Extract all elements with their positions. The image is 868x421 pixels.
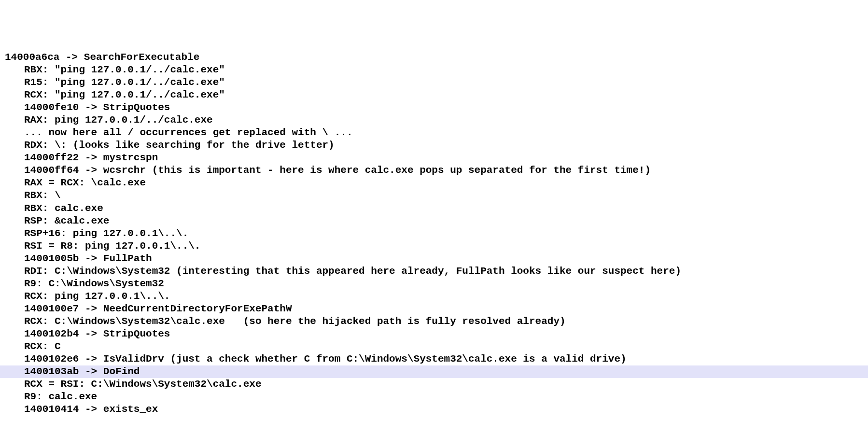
code-line: RAX: ping 127.0.0.1/../calc.exe (0, 114, 868, 126)
code-line: R9: calc.exe (0, 391, 868, 403)
code-line: RCX: "ping 127.0.0.1/../calc.exe" (0, 89, 868, 101)
code-line: RBX: \ (0, 189, 868, 202)
code-line: R9: C:\Windows\System32 (0, 278, 868, 290)
code-line: RCX: C (0, 340, 868, 353)
code-line: ... now here all / occurrences get repla… (0, 126, 868, 139)
code-line: 14000ff22 -> mystrcspn (0, 152, 868, 164)
code-line: RBX: calc.exe (0, 202, 868, 215)
code-line: 14000a6ca -> SearchForExecutable (0, 51, 868, 64)
code-line: RSP: &calc.exe (0, 215, 868, 227)
code-line: 1400102e6 -> IsValidDrv (just a check wh… (0, 353, 868, 365)
code-line: RBX: "ping 127.0.0.1/../calc.exe" (0, 64, 868, 76)
code-line: 14000ff64 -> wcsrchr (this is important … (0, 164, 868, 177)
code-line: 14000fe10 -> StripQuotes (0, 101, 868, 114)
code-line: RDI: C:\Windows\System32 (interesting th… (0, 265, 868, 278)
code-line: 140010414 -> exists_ex (0, 403, 868, 416)
code-line: 14001005b -> FullPath (0, 253, 868, 265)
code-line: RSP+16: ping 127.0.0.1\..\. (0, 227, 868, 240)
code-line: RSI = R8: ping 127.0.0.1\..\. (0, 240, 868, 253)
code-line: RCX = RSI: C:\Windows\System32\calc.exe (0, 378, 868, 391)
code-line: 1400100e7 -> NeedCurrentDirectoryForExeP… (0, 303, 868, 315)
code-line: 1400103ab -> DoFind (0, 365, 868, 378)
code-line: RDX: \: (looks like searching for the dr… (0, 139, 868, 152)
code-line: R15: "ping 127.0.0.1/../calc.exe" (0, 76, 868, 89)
code-line: 1400102b4 -> StripQuotes (0, 328, 868, 340)
code-line: RCX: C:\Windows\System32\calc.exe (so he… (0, 315, 868, 328)
code-listing: 14000a6ca -> SearchForExecutableRBX: "pi… (0, 51, 868, 416)
code-line: RCX: ping 127.0.0.1\..\. (0, 290, 868, 303)
code-line: RAX = RCX: \calc.exe (0, 177, 868, 189)
